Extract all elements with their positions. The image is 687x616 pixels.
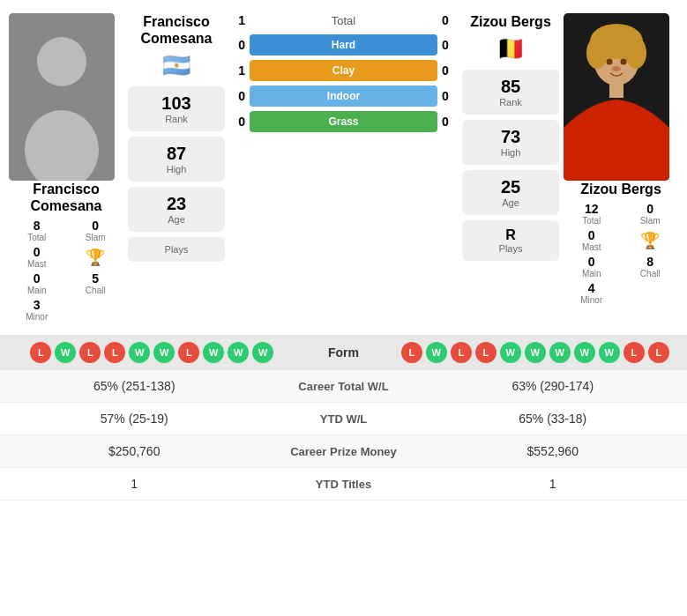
clay-left: 1	[229, 63, 245, 78]
svg-point-10	[612, 66, 621, 71]
left-high-num: 87	[137, 144, 216, 164]
total-right-score: 0	[442, 13, 458, 27]
right-form-badge: W	[525, 342, 546, 363]
left-form-badge: W	[252, 342, 273, 363]
stats-row-right: 63% (290-174)	[432, 379, 675, 393]
left-age-label: Age	[137, 214, 216, 225]
svg-point-7	[625, 37, 646, 69]
clay-right: 0	[442, 63, 458, 78]
left-form-badge: L	[178, 342, 199, 363]
indoor-badge: Indoor	[250, 85, 437, 107]
svg-point-9	[621, 59, 627, 65]
stats-row-right: $552,960	[432, 444, 675, 458]
svg-point-6	[586, 37, 608, 69]
grass-left: 0	[229, 115, 245, 129]
stats-row: 57% (25-19) YTD W/L 65% (33-18)	[0, 403, 687, 435]
stats-row-center: Career Prize Money	[256, 445, 432, 458]
right-form-badge: W	[426, 342, 447, 363]
stats-row-left: $250,760	[13, 444, 256, 458]
hard-badge: Hard	[250, 34, 437, 56]
left-form: LWLLWWLWWW	[13, 342, 291, 363]
svg-point-1	[37, 37, 86, 86]
form-label: Form	[291, 345, 397, 360]
right-chall-stat: 8 Chall	[623, 255, 679, 278]
hard-left: 0	[229, 38, 245, 52]
stats-row-center: Career Total W/L	[256, 380, 432, 393]
right-player-photo	[564, 13, 669, 181]
right-minor-stat: 4 Minor	[564, 281, 620, 305]
right-slam-stat: 0 Slam	[623, 202, 679, 226]
right-high-label: High	[471, 147, 550, 158]
right-player-photo-col: Zizou Bergs 12 Total 0 Slam 0 Mast	[564, 13, 678, 305]
stats-row: 1 YTD Titles 1	[0, 468, 687, 501]
right-form-badge: W	[574, 342, 595, 363]
right-age-label: Age	[471, 197, 550, 208]
left-name-top: Francisco Comesana	[128, 13, 225, 47]
right-form-badge: L	[401, 342, 422, 363]
grass-row: 0 Grass 0	[229, 111, 458, 132]
right-plays-block: R Plays	[462, 220, 559, 261]
left-high-label: High	[137, 164, 216, 174]
left-form-badge: W	[228, 342, 249, 363]
stats-row-right: 1	[432, 477, 675, 491]
top-section: Francisco Comesana 8 Total 0 Slam 0 Mast	[0, 0, 687, 330]
center-match-col: 1 Total 0 0 Hard 0 1 Clay 0 0 Indoor	[229, 13, 458, 139]
right-flag: 🇧🇪	[462, 35, 559, 63]
left-high-block: 87 High	[128, 137, 225, 182]
right-total-stat: 12 Total	[564, 202, 620, 226]
right-high-num: 73	[471, 127, 550, 147]
left-form-badge: W	[203, 342, 224, 363]
svg-point-8	[607, 59, 613, 65]
right-form-badge: L	[624, 342, 645, 363]
right-form-badge: W	[500, 342, 521, 363]
right-form-badge: L	[451, 342, 472, 363]
left-minor-stat: 3 Minor	[9, 298, 65, 322]
total-row: 1 Total 0	[229, 13, 458, 27]
stats-row-left: 65% (251-138)	[13, 379, 256, 393]
right-player-name: Zizou Bergs	[564, 181, 678, 197]
total-left-score: 1	[229, 13, 245, 27]
main-container: Francisco Comesana 8 Total 0 Slam 0 Mast	[0, 0, 687, 501]
stats-row-left: 57% (25-19)	[13, 412, 256, 426]
right-rank-label: Rank	[471, 97, 550, 108]
right-plays-label: Plays	[471, 243, 550, 254]
right-mast-stat: 0 Mast	[564, 228, 620, 252]
right-stats-grid: 12 Total 0 Slam 0 Mast 🏆 0	[564, 202, 678, 305]
right-info-col: Zizou Bergs 🇧🇪 85 Rank 73 High 25 Age R …	[462, 13, 559, 266]
clay-row: 1 Clay 0	[229, 60, 458, 81]
left-chall-stat: 5 Chall	[68, 271, 124, 295]
left-player-photo	[9, 13, 115, 181]
left-form-badge: L	[79, 342, 101, 363]
right-high-block: 73 High	[462, 120, 559, 165]
hard-row: 0 Hard 0	[229, 34, 458, 56]
left-form-badge: W	[55, 342, 76, 363]
right-age-block: 25 Age	[462, 170, 559, 215]
clay-badge: Clay	[250, 60, 437, 81]
stats-row: $250,760 Career Prize Money $552,960	[0, 435, 687, 468]
left-stats-grid: 8 Total 0 Slam 0 Mast 🏆 0	[9, 219, 123, 322]
left-age-block: 23 Age	[128, 187, 225, 232]
left-main-stat: 0 Main	[9, 271, 65, 295]
left-mast-stat: 0 Mast	[9, 245, 65, 269]
right-name-top: Zizou Bergs	[462, 13, 559, 30]
left-age-num: 23	[137, 194, 216, 214]
left-rank-num: 103	[137, 93, 216, 114]
left-total-stat: 8 Total	[9, 219, 65, 242]
left-form-badge: W	[153, 342, 175, 363]
stats-row-center: YTD W/L	[256, 412, 432, 426]
left-plays-block: Plays	[128, 237, 225, 262]
hard-right: 0	[442, 38, 458, 52]
stats-row: 65% (251-138) Career Total W/L 63% (290-…	[0, 370, 687, 403]
surface-rows: 0 Hard 0 1 Clay 0 0 Indoor 0 0 Grass	[229, 34, 458, 132]
left-form-badge: L	[104, 342, 125, 363]
left-trophy: 🏆	[68, 245, 124, 269]
right-plays-val: R	[471, 227, 550, 243]
right-form-badge: W	[549, 342, 571, 363]
left-rank-label: Rank	[137, 114, 216, 124]
right-main-stat: 0 Main	[564, 255, 620, 278]
left-player-name-card: Francisco Comesana 8 Total 0 Slam 0 Mast	[9, 181, 123, 322]
right-rank-num: 85	[471, 77, 550, 97]
right-form-badge: L	[648, 342, 669, 363]
stats-row-right: 65% (33-18)	[432, 412, 675, 426]
stats-row-center: YTD Titles	[256, 478, 432, 491]
